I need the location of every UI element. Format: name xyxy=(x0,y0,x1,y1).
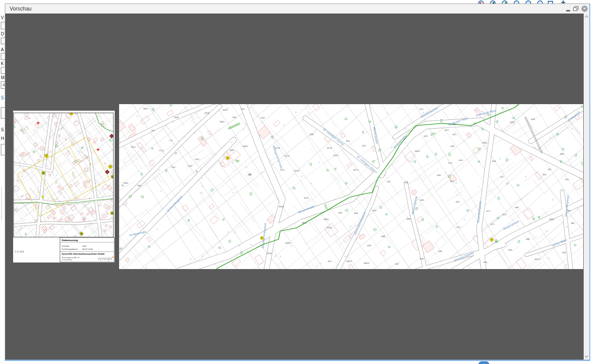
parcel-number: 455 xyxy=(456,201,460,203)
parcel-number: 4552 xyxy=(327,227,332,229)
form-dashed-fragment xyxy=(1,187,5,220)
scroll-down-button[interactable] xyxy=(584,354,589,360)
form-label-fragment: V xyxy=(1,15,4,20)
form-input-fragment[interactable] xyxy=(1,38,5,44)
scroll-up-button[interactable] xyxy=(584,14,589,20)
parcel-number: 775 xyxy=(169,140,173,142)
toolbar-icon-4[interactable] xyxy=(514,0,519,4)
company-address-2: A-1120 Wien xyxy=(62,259,73,261)
svg-text:T: T xyxy=(110,166,111,168)
parcel-number: 344 xyxy=(483,261,487,263)
form-input-fragment[interactable] xyxy=(1,22,5,29)
parcel-number: 594 xyxy=(233,116,236,119)
background-taskbar-icon[interactable] xyxy=(479,361,489,364)
parcel-number: 3401 xyxy=(219,121,225,123)
parcel-number: 457 xyxy=(500,176,504,178)
parcel-number: 3401 xyxy=(229,149,235,151)
restore-button[interactable] xyxy=(573,6,578,11)
info-row-value: Gast xyxy=(82,245,87,247)
parcel-number: 741 xyxy=(151,130,155,132)
parcel-number: 5374 xyxy=(294,170,299,172)
overview-map: 1234TTTHHHH 1:5.181 Datenauszug Erstelle… xyxy=(13,111,115,262)
close-button[interactable]: ✕ xyxy=(581,6,588,12)
form-input-fragment[interactable] xyxy=(1,53,5,60)
parcel-number: 434 xyxy=(354,212,358,214)
parcel-number: 382 xyxy=(571,222,575,224)
vertical-scrollbar[interactable] xyxy=(584,14,589,360)
parcel-number: 409 xyxy=(515,206,519,209)
parcel-number: 5221 xyxy=(304,197,309,199)
parcel-number: 347/2 xyxy=(534,258,540,260)
info-box-title: Datenauszug xyxy=(62,239,78,242)
overview-map-page: 1234TTTHHHH 1:5.181 Datenauszug Erstelle… xyxy=(13,111,115,262)
restore-icon xyxy=(573,6,578,11)
form-label-fragment: M xyxy=(1,75,4,80)
chevron-up-icon xyxy=(585,15,588,18)
titlebar[interactable]: Vorschau ✕ xyxy=(5,4,589,14)
parcel-number: 411 xyxy=(491,223,495,225)
toolbar-icon-2[interactable] xyxy=(490,0,496,4)
parcel-number: 7636 xyxy=(204,112,209,114)
info-row-label: Erstellungsdatum xyxy=(62,248,78,250)
info-row-value: 06.07.2016 xyxy=(82,248,93,250)
synergis-logo: synergis xyxy=(98,257,113,261)
parcel-number: 4501 xyxy=(324,218,329,220)
toolbar-add-icon[interactable]: ✚ xyxy=(561,0,567,4)
parcel-number: 449/1 xyxy=(285,242,291,244)
parcel-number: 419 xyxy=(373,210,377,212)
form-label-fragment: H xyxy=(1,136,4,141)
parcel-number: 5270 xyxy=(327,147,332,149)
parcel-number: 7762 xyxy=(194,158,199,161)
parcel-number: 4561 xyxy=(415,150,420,152)
scale-label: 1:5.181 xyxy=(15,250,24,253)
parcel-number: 416 xyxy=(503,214,507,216)
chevron-down-icon xyxy=(585,355,588,358)
toolbar-icon-6[interactable] xyxy=(537,0,543,4)
toolbar-icon-5[interactable] xyxy=(525,0,531,4)
parcel-number: 7707 xyxy=(170,166,176,168)
dot-marker-icon xyxy=(42,196,44,198)
svg-text:H: H xyxy=(81,233,82,235)
parcel-number: 7722 xyxy=(187,165,192,167)
parcel-number: 3422 xyxy=(222,109,228,111)
background-form-strip: V D A K M 4 S S H xyxy=(0,4,5,364)
parcel-number: 430 xyxy=(437,174,441,176)
form-input-fragment[interactable] xyxy=(1,67,5,74)
toolbar-icon-1[interactable] xyxy=(478,0,484,4)
parcel-number: 2259 xyxy=(267,252,272,255)
form-label-fragment: A xyxy=(1,47,4,52)
svg-text:H: H xyxy=(111,212,113,214)
parcel-number: 429 xyxy=(424,135,428,137)
parcel-number: 443 xyxy=(381,235,385,238)
detail-map-page: 7438741775771277077762772276277687642764… xyxy=(119,104,583,269)
parcel-number: 7642 xyxy=(123,182,128,184)
parcel-number: 397 xyxy=(548,168,552,171)
parcel-number: 447 xyxy=(395,263,399,265)
form-input-fragment[interactable] xyxy=(1,144,5,155)
background-toolbar-strip: ✚ xyxy=(473,0,578,4)
parcel-number: 343 xyxy=(241,108,245,110)
parcel-number: 417 xyxy=(450,180,454,182)
form-label-fragment: D xyxy=(1,32,4,36)
parcel-number: 4561 xyxy=(482,142,487,144)
parcel-number: 499/2 xyxy=(346,260,352,262)
form-label-fragment: S xyxy=(1,95,4,100)
parcel-number: 5373 xyxy=(284,155,289,157)
parcel-number: 5211 xyxy=(280,169,285,171)
svg-text:T: T xyxy=(46,155,47,157)
parcel-number: 451 xyxy=(328,260,332,262)
form-input-fragment[interactable] xyxy=(1,107,5,119)
parcel-number: 426 xyxy=(367,245,371,247)
parcel-number: 437/1 xyxy=(353,169,359,171)
parcel-number: 490 xyxy=(407,218,411,220)
parcel-number: 514 xyxy=(419,108,423,110)
toolbar-icon-3[interactable] xyxy=(502,0,507,4)
parcel-number: 391 xyxy=(565,178,569,181)
parcel-number: 446 xyxy=(420,258,424,260)
detail-map: 7438741775771277077762772276277687642764… xyxy=(119,104,583,269)
parcel-number: 7641 xyxy=(143,108,148,110)
minimize-button[interactable] xyxy=(566,10,570,11)
parcel-number: 413 xyxy=(457,226,461,228)
parcel-number: 3402 xyxy=(243,145,248,147)
parcel-number: 428 xyxy=(451,145,455,147)
